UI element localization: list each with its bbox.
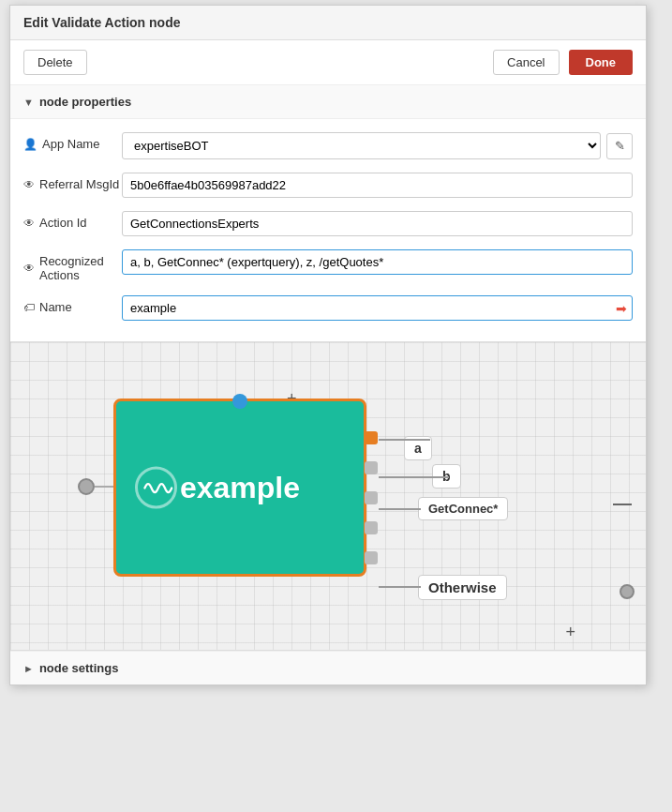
modal-toolbar: Delete Cancel Done	[10, 40, 646, 85]
plus-bottom-icon[interactable]: +	[565, 623, 575, 642]
line-to-badge-b	[379, 476, 449, 478]
action-id-label: 👁 Action Id	[23, 211, 122, 230]
delete-button[interactable]: Delete	[23, 50, 87, 75]
badge-otherwise: Otherwise	[418, 575, 507, 600]
cancel-button[interactable]: Cancel	[493, 50, 559, 75]
node-properties-label: node properties	[39, 95, 131, 109]
line-to-badge-a	[379, 439, 430, 441]
connector-orange-1	[365, 431, 378, 444]
name-input-wrapper: ➡	[122, 295, 633, 321]
done-button[interactable]: Done	[569, 50, 634, 75]
node-logo	[135, 467, 177, 509]
person-icon: 👤	[23, 138, 37, 151]
diagram-area: + example	[10, 341, 646, 651]
referral-msgid-label: 👁 Referral MsgId	[23, 173, 122, 191]
tag-icon: 🏷	[23, 301, 35, 314]
right-end-circle	[620, 584, 635, 599]
recognized-actions-label: 👁 Recognized Actions	[23, 249, 122, 282]
eye-icon-3: 👁	[23, 262, 35, 275]
referral-msgid-input[interactable]	[122, 173, 633, 198]
name-label: 🏷 Name	[23, 295, 122, 314]
gray-connector-square-1	[365, 461, 378, 474]
getconn-right-line	[613, 504, 632, 505]
gray-connector-square-2	[365, 491, 378, 504]
node-settings-label: node settings	[39, 661, 119, 675]
right-connectors	[365, 431, 378, 564]
toolbar-right: Cancel Done	[493, 50, 633, 75]
node-label: example	[180, 471, 300, 505]
app-name-select[interactable]: expertiseBOT	[122, 132, 601, 159]
modal-container: Edit Validate Action node Delete Cancel …	[9, 5, 647, 685]
form-area: 👤 App Name expertiseBOT ✎ 👁 Referral Msg…	[10, 119, 646, 341]
badge-getconn: GetConnec*	[418, 497, 508, 520]
node-settings-section-header[interactable]: ► node settings	[10, 651, 646, 684]
line-to-getconn	[379, 508, 421, 510]
referral-msgid-row: 👁 Referral MsgId	[23, 173, 633, 198]
wave-icon	[140, 471, 173, 504]
gray-connector-square-3	[365, 521, 378, 534]
node-properties-section-header[interactable]: ▼ node properties	[10, 85, 646, 119]
app-name-row: 👤 App Name expertiseBOT ✎	[23, 132, 633, 159]
chevron-down-icon: ▼	[23, 97, 34, 108]
edit-app-icon-button[interactable]: ✎	[606, 133, 633, 159]
connector-gray-3	[365, 521, 378, 534]
name-input[interactable]	[122, 295, 633, 321]
chevron-right-icon: ►	[23, 663, 34, 674]
app-name-label: 👤 App Name	[23, 132, 122, 151]
line-to-otherwise	[379, 586, 421, 588]
orange-connector-square	[365, 431, 378, 444]
recognized-actions-input[interactable]	[122, 249, 633, 275]
referral-msgid-control	[122, 173, 633, 198]
name-row: 🏷 Name ➡	[23, 295, 633, 321]
modal-header: Edit Validate Action node	[10, 6, 646, 40]
action-id-input[interactable]	[122, 211, 633, 236]
left-connector-circle	[78, 478, 95, 495]
modal-title: Edit Validate Action node	[23, 15, 181, 30]
link-icon[interactable]: ➡	[616, 301, 627, 316]
app-name-control: expertiseBOT ✎	[122, 132, 633, 159]
eye-icon: 👁	[23, 178, 35, 191]
node-top-dot	[232, 394, 247, 409]
connector-gray-4	[365, 551, 378, 564]
connector-gray-1	[365, 461, 378, 474]
action-id-row: 👁 Action Id	[23, 211, 633, 236]
connector-gray-2	[365, 491, 378, 504]
eye-icon-2: 👁	[23, 217, 35, 230]
node-box[interactable]: example	[113, 398, 366, 577]
action-id-control	[122, 211, 633, 236]
recognized-actions-row: 👁 Recognized Actions	[23, 249, 633, 282]
gray-connector-square-4	[365, 551, 378, 564]
name-control: ➡	[122, 295, 633, 321]
recognized-actions-control	[122, 249, 633, 275]
